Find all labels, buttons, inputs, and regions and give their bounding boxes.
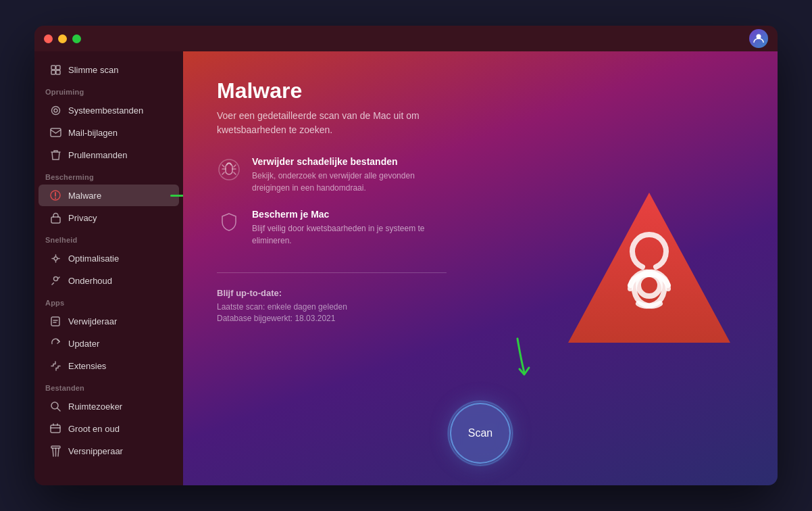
svg-rect-11 <box>51 317 59 326</box>
shield-icon <box>217 210 241 235</box>
sidebar-item-mail-bijlagen[interactable]: Mail-bijlagen <box>39 122 179 143</box>
green-arrow-indicator <box>170 192 183 199</box>
uninstaller-icon <box>49 315 61 327</box>
sidebar-item-onderhoud[interactable]: Onderhoud <box>39 270 179 291</box>
sidebar-item-label: Verwijderaar <box>68 316 117 326</box>
sidebar-item-label: Extensies <box>68 361 106 371</box>
feature-text-2: Bescherm je Mac Blijf veilig door kwetsb… <box>252 209 441 247</box>
scan-button-container: Scan <box>450 403 511 464</box>
sidebar-item-label: Updater <box>68 339 99 349</box>
svg-rect-3 <box>51 70 55 74</box>
sidebar-item-label: Versnipperaar <box>68 446 123 456</box>
feature-desc-2: Blijf veilig door kwetsbaarheden in je s… <box>252 222 441 247</box>
feature-text-1: Verwijder schadelijke bestanden Bekijk, … <box>252 156 441 194</box>
maintenance-icon <box>49 274 61 287</box>
sidebar-item-label: Groot en oud <box>68 424 120 434</box>
feature-remove-files: Verwijder schadelijke bestanden Bekijk, … <box>217 156 534 194</box>
sidebar: Slimme scan Opruiming Systeembestanden <box>34 51 183 485</box>
feature-title-2: Bescherm je Mac <box>252 209 441 220</box>
divider <box>217 272 447 273</box>
svg-rect-2 <box>56 66 60 70</box>
smart-scan-icon <box>49 64 61 76</box>
space-lens-icon <box>49 400 61 412</box>
updater-icon <box>49 337 61 349</box>
sidebar-item-label: Privacy <box>68 213 97 223</box>
sidebar-item-ruimtezoeker[interactable]: Ruimtezoeker <box>39 395 179 417</box>
svg-rect-13 <box>51 425 60 433</box>
main-content: Slimme scan Opruiming Systeembestanden <box>34 51 778 485</box>
sidebar-item-slimme-scan[interactable]: Slimme scan <box>39 59 179 80</box>
feature-title-1: Verwijder schadelijke bestanden <box>252 156 441 167</box>
sidebar-item-label: Ruimtezoeker <box>68 402 122 412</box>
traffic-lights <box>44 34 81 43</box>
scan-arrow-indicator <box>501 335 534 385</box>
section-apps: Apps <box>34 292 183 310</box>
sidebar-item-label: Slimme scan <box>68 65 118 75</box>
trash-icon <box>49 149 61 161</box>
scan-button[interactable]: Scan <box>450 403 511 464</box>
sidebar-item-privacy[interactable]: Privacy <box>39 207 179 228</box>
svg-rect-7 <box>51 128 61 137</box>
shredder-icon <box>49 445 61 457</box>
sidebar-item-label: Optimalisatie <box>68 253 119 264</box>
mail-icon <box>49 126 61 139</box>
section-snelheid: Snelheid <box>34 229 183 247</box>
section-bescherming: Bescherming <box>34 166 183 184</box>
db-updated-text: Database bijgewerkt: 18.03.2021 <box>217 314 534 323</box>
app-window: Slimme scan Opruiming Systeembestanden <box>34 26 778 485</box>
feature-desc-1: Bekijk, onderzoek en verwijder alle gevo… <box>252 170 441 194</box>
feature-protect-mac: Bescherm je Mac Blijf veilig door kwetsb… <box>217 209 534 247</box>
large-old-icon <box>49 422 61 435</box>
svg-point-10 <box>54 257 57 260</box>
page-title: Malware <box>217 78 534 103</box>
sidebar-item-label: Mail-bijlagen <box>68 128 118 138</box>
sidebar-item-versnipperaar[interactable]: Versnipperaar <box>39 440 179 462</box>
sidebar-item-groot-en-oud[interactable]: Groot en oud <box>39 418 179 439</box>
sidebar-item-updater[interactable]: Updater <box>39 333 179 354</box>
close-button[interactable] <box>44 34 53 43</box>
svg-point-6 <box>54 109 57 112</box>
maximize-button[interactable] <box>72 34 81 43</box>
biohazard-icon <box>561 180 737 356</box>
sidebar-item-systeembestanden[interactable]: Systeembestanden <box>39 99 179 121</box>
status-label: Blijf up-to-date: <box>217 288 534 298</box>
avatar[interactable] <box>749 29 768 48</box>
svg-rect-9 <box>51 217 60 223</box>
last-scan-text: Laatste scan: enkele dagen geleden <box>217 302 534 312</box>
system-icon <box>49 104 61 116</box>
privacy-icon <box>49 212 61 224</box>
extensions-icon <box>49 360 61 372</box>
content-area: Malware Voer een gedetailleerde scan van… <box>183 51 778 485</box>
section-bestanden: Bestanden <box>34 377 183 395</box>
svg-rect-4 <box>56 70 60 74</box>
minimize-button[interactable] <box>58 34 67 43</box>
sidebar-item-label: Prullenmanden <box>68 150 127 160</box>
optimization-icon <box>49 252 61 264</box>
malware-icon <box>49 189 61 201</box>
sidebar-item-verwijderaar[interactable]: Verwijderaar <box>39 310 179 332</box>
sidebar-item-malware[interactable]: Malware <box>39 185 179 206</box>
section-opruiming: Opruiming <box>34 81 183 99</box>
sidebar-item-prullenmanden[interactable]: Prullenmanden <box>39 144 179 166</box>
status-section: Blijf up-to-date: Laatste scan: enkele d… <box>217 288 534 325</box>
titlebar <box>34 26 778 51</box>
page-subtitle: Voer een gedetailleerde scan van de Mac … <box>217 109 447 137</box>
bug-icon <box>217 157 241 182</box>
sidebar-item-label: Systeembestanden <box>68 105 143 116</box>
content-right <box>555 78 744 458</box>
sidebar-item-label: Malware <box>68 191 101 201</box>
svg-point-5 <box>51 106 59 114</box>
svg-rect-1 <box>51 66 55 70</box>
sidebar-item-label: Onderhoud <box>68 276 112 286</box>
sidebar-item-extensies[interactable]: Extensies <box>39 355 179 376</box>
sidebar-item-optimalisatie[interactable]: Optimalisatie <box>39 247 179 269</box>
